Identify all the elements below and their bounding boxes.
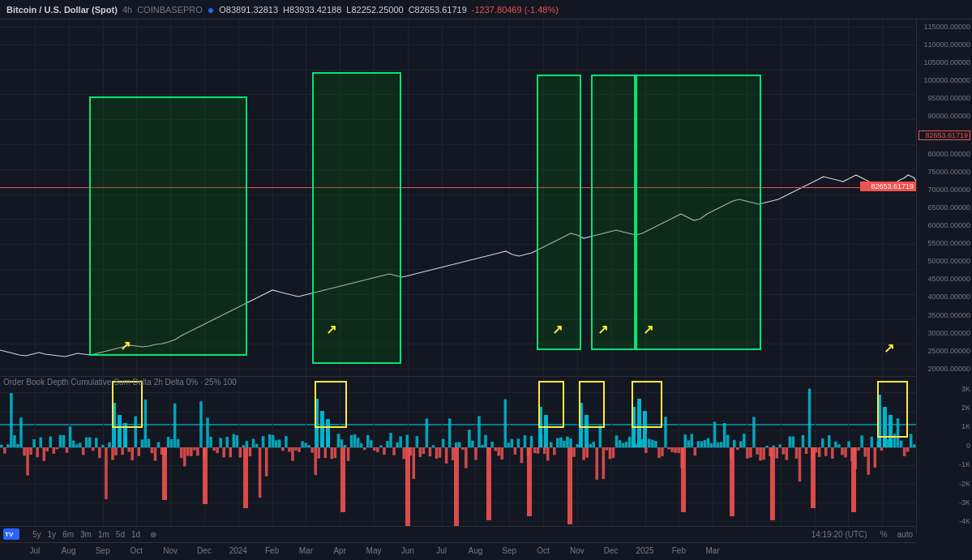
svg-rect-280 [112, 403, 116, 447]
svg-rect-170 [556, 438, 559, 447]
price-chart-svg [0, 19, 916, 376]
ind-label: -1K [918, 460, 970, 468]
svg-rect-290 [632, 407, 636, 447]
svg-rect-102 [334, 447, 337, 458]
svg-rect-259 [847, 441, 850, 447]
svg-rect-63 [206, 418, 209, 447]
svg-rect-0 [0, 445, 3, 447]
svg-rect-163 [533, 447, 537, 453]
svg-rect-43 [141, 439, 144, 447]
svg-rect-59 [193, 447, 196, 451]
svg-rect-33 [108, 442, 111, 447]
time-label-oct2: Oct [537, 546, 550, 555]
tf-3m[interactable]: 3m [80, 530, 92, 539]
svg-rect-305 [811, 447, 816, 508]
svg-rect-232 [759, 447, 762, 460]
svg-rect-151 [494, 447, 497, 451]
svg-rect-34 [111, 447, 114, 460]
tf-1m[interactable]: 1m [98, 530, 109, 539]
svg-rect-88 [288, 447, 291, 451]
svg-rect-238 [779, 444, 782, 447]
indicator-chart[interactable] [0, 376, 916, 534]
tf-1y[interactable]: 1y [48, 530, 57, 539]
svg-rect-26 [85, 438, 88, 447]
svg-rect-90 [294, 447, 298, 451]
svg-rect-103 [337, 434, 340, 447]
svg-rect-129 [422, 447, 426, 454]
svg-rect-101 [331, 447, 334, 459]
svg-rect-147 [481, 445, 484, 447]
tf-5y[interactable]: 5y [32, 530, 41, 539]
svg-rect-233 [762, 447, 765, 460]
svg-rect-197 [644, 447, 648, 453]
svg-rect-67 [219, 438, 222, 447]
svg-rect-276 [903, 447, 906, 456]
svg-text:TV: TV [5, 531, 14, 538]
svg-rect-95 [310, 447, 314, 453]
svg-rect-27 [88, 438, 92, 447]
time-label-aug2: Aug [469, 546, 483, 555]
tf-6m[interactable]: 6m [62, 530, 74, 539]
time-label-nov2: Nov [570, 546, 584, 555]
svg-rect-117 [383, 447, 386, 455]
price-label: 95000.00000 [918, 94, 970, 102]
svg-rect-42 [138, 447, 141, 456]
svg-rect-47 [154, 447, 157, 461]
svg-rect-118 [386, 441, 389, 447]
svg-rect-191 [625, 442, 628, 447]
svg-rect-89 [291, 447, 294, 461]
svg-rect-281 [118, 415, 122, 447]
timeframe-label[interactable]: 4h [122, 5, 132, 15]
svg-rect-178 [582, 447, 585, 460]
svg-rect-294 [883, 407, 887, 447]
svg-rect-141 [461, 447, 465, 450]
svg-rect-32 [105, 447, 108, 499]
svg-rect-303 [730, 447, 734, 516]
exchange-dot: ● [208, 3, 214, 16]
svg-rect-242 [792, 437, 795, 447]
price-label: 80000.00000 [918, 150, 970, 158]
svg-rect-71 [233, 434, 236, 447]
scale-pct[interactable]: % [880, 530, 888, 539]
svg-rect-3 [10, 393, 13, 447]
svg-rect-10 [32, 439, 36, 447]
ind-label: -2K [918, 480, 970, 488]
svg-rect-53 [173, 404, 177, 447]
svg-rect-192 [628, 437, 632, 447]
svg-rect-187 [612, 447, 615, 458]
svg-rect-239 [782, 447, 786, 455]
svg-rect-171 [559, 438, 563, 447]
svg-rect-279 [913, 444, 916, 447]
svg-rect-96 [314, 447, 317, 475]
ind-label: 2K [918, 404, 970, 412]
svg-rect-19 [62, 435, 66, 447]
svg-rect-202 [661, 447, 664, 456]
time-label-jul: Jul [30, 546, 41, 555]
main-chart[interactable]: 82653.61719 ↗ ↗ ↗ ↗ ↗ ↗ [0, 19, 916, 376]
svg-rect-1 [3, 447, 6, 454]
tf-5d[interactable]: 5d [116, 530, 125, 539]
svg-rect-257 [841, 447, 844, 455]
svg-rect-23 [75, 444, 79, 447]
svg-rect-206 [674, 447, 677, 453]
compare-icon[interactable]: ⊕ [150, 530, 156, 539]
svg-rect-267 [874, 447, 877, 468]
price-label: 90000.00000 [918, 112, 970, 120]
symbol-name[interactable]: Bitcoin / U.S. Dollar (Spot) [6, 5, 118, 15]
svg-rect-182 [596, 447, 599, 480]
svg-rect-136 [445, 447, 448, 464]
svg-rect-256 [837, 444, 841, 447]
indicator-title: Order Book Depth Cumulative Sum Delta 2h… [3, 378, 237, 387]
tf-1d[interactable]: 1d [131, 530, 140, 539]
svg-rect-301 [567, 447, 572, 524]
svg-rect-81 [265, 447, 268, 477]
time-utc: 14:19:20 (UTC) [811, 530, 867, 539]
svg-rect-297 [405, 447, 410, 534]
svg-rect-222 [726, 435, 730, 447]
svg-rect-215 [704, 440, 707, 447]
auto-label[interactable]: auto [897, 530, 913, 539]
time-label-2024: 2024 [229, 546, 247, 555]
svg-rect-293 [877, 395, 881, 447]
svg-rect-152 [497, 447, 500, 456]
svg-rect-82 [268, 434, 272, 447]
